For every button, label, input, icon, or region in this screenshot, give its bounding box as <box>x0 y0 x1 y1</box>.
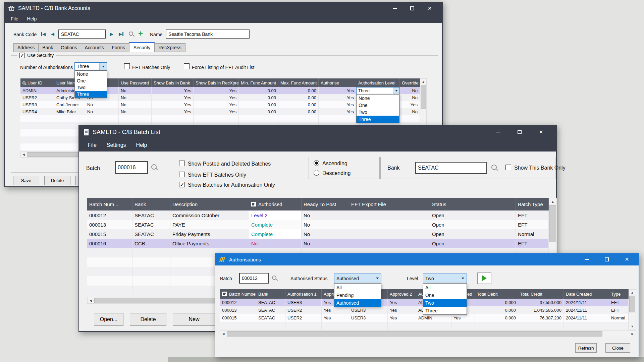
scrollbar-thumb[interactable] <box>549 205 556 242</box>
show-posted-checkbox[interactable] <box>179 161 185 166</box>
tab-recxpress[interactable]: RecXpress <box>155 43 185 52</box>
column-header[interactable]: Show Bals in Bank <box>152 78 194 87</box>
dropdown-option[interactable]: All <box>334 284 381 291</box>
tab-forms[interactable]: Forms <box>108 43 129 52</box>
maximize-button[interactable] <box>514 130 525 134</box>
open-button[interactable]: Open... <box>94 313 123 326</box>
close-button[interactable] <box>424 5 435 11</box>
scroll-left-icon[interactable]: ◀ <box>88 297 94 303</box>
column-header[interactable]: Status <box>430 198 516 210</box>
column-header[interactable]: Batch Num... <box>87 198 132 210</box>
dropdown-option[interactable]: One <box>75 77 107 84</box>
level-combobox[interactable]: Two <box>423 274 467 283</box>
column-header[interactable]: Bank <box>132 198 170 210</box>
previous-record-icon[interactable]: ◀ <box>51 32 54 36</box>
batch-finder-icon[interactable] <box>272 276 276 280</box>
delete-button[interactable]: Delete <box>130 313 166 326</box>
column-header[interactable]: Min. Func Amount <box>239 78 278 87</box>
dropdown-option-selected[interactable]: Authorised <box>334 299 381 307</box>
bank-code-finder-icon[interactable] <box>129 32 133 36</box>
number-of-authorisations-combobox[interactable]: Three <box>74 62 107 70</box>
column-header[interactable]: Type <box>609 289 629 299</box>
dropdown-option[interactable]: Three <box>423 307 467 314</box>
scroll-up-icon[interactable]: ▲ <box>549 198 556 205</box>
use-security-checkbox[interactable]: Use Security <box>17 53 56 58</box>
column-header[interactable]: EFT Export File <box>349 198 430 210</box>
bank-code-input[interactable]: SEATAC <box>58 29 106 39</box>
dropdown-option[interactable]: None <box>75 71 107 77</box>
scrollbar-thumb[interactable] <box>227 331 602 337</box>
close-window-button[interactable]: Close <box>605 343 630 353</box>
new-bank-icon[interactable] <box>138 30 143 37</box>
scroll-left-icon[interactable]: ◀ <box>21 152 26 157</box>
scroll-right-icon[interactable]: ▶ <box>630 331 636 337</box>
batch-finder-icon[interactable] <box>151 164 157 170</box>
column-header[interactable]: Override <box>400 78 420 87</box>
maximize-button[interactable] <box>601 257 612 261</box>
table-row[interactable]: 000013SEATACPAYECompleteNoOpenEFT <box>87 220 549 229</box>
column-header[interactable]: Authorised <box>249 198 302 210</box>
minimize-button[interactable] <box>492 132 504 132</box>
column-header[interactable]: Approved 2 <box>388 289 416 299</box>
eft-batches-only-checkbox[interactable] <box>124 63 130 69</box>
dropdown-option-selected[interactable]: Three <box>357 116 399 123</box>
scroll-left-icon[interactable]: ◀ <box>220 331 226 337</box>
ascending-radio[interactable] <box>314 160 319 166</box>
refresh-button[interactable]: Refresh <box>575 343 597 353</box>
close-button[interactable] <box>535 129 547 135</box>
menu-file[interactable]: File <box>11 16 18 21</box>
last-record-icon[interactable]: ▶ <box>119 32 123 36</box>
scrollbar-thumb[interactable] <box>629 296 635 312</box>
tab-security[interactable]: Security <box>129 42 155 52</box>
show-authorisation-checkbox[interactable] <box>179 182 185 187</box>
column-header[interactable]: Total Debit <box>475 289 518 299</box>
batch-input[interactable]: 000012 <box>239 273 269 284</box>
show-this-bank-only-checkbox[interactable] <box>505 165 511 170</box>
auth-grid-horizontal-scrollbar[interactable]: ◀ ▶ <box>220 330 636 337</box>
column-header[interactable]: Bank <box>256 289 285 299</box>
new-button[interactable]: New <box>173 313 215 326</box>
column-header[interactable]: Date Created <box>564 289 609 299</box>
column-header[interactable]: Use Password <box>119 78 152 87</box>
descending-radio[interactable] <box>314 170 319 176</box>
go-button[interactable] <box>477 273 491 284</box>
table-row[interactable]: 000015SEATACUSER2YesUSER3YesADMINYes0.00… <box>220 314 629 322</box>
column-header[interactable]: Batch Number <box>220 289 256 299</box>
tab-accounts[interactable]: Accounts <box>81 43 108 52</box>
save-button[interactable]: Save <box>13 176 39 185</box>
scroll-up-icon[interactable]: ▲ <box>420 79 426 84</box>
menu-help[interactable]: Help <box>136 142 147 148</box>
close-button[interactable] <box>621 256 633 262</box>
table-row[interactable]: 000015SEATACFriday PaymentsCompleteNoOpe… <box>87 229 549 239</box>
batch-input[interactable]: 000016 <box>115 161 148 174</box>
column-header[interactable]: Total Credit <box>518 289 564 299</box>
menu-file[interactable]: File <box>88 142 97 148</box>
tab-bank[interactable]: Bank <box>38 43 57 52</box>
column-header[interactable]: Authorisation Level <box>356 78 400 87</box>
column-header[interactable]: Max. Func Amount <box>278 78 319 87</box>
authorised-status-combobox[interactable]: Authorised <box>334 274 381 283</box>
auth-grid-vertical-scrollbar[interactable]: ▲ ▼ <box>629 289 636 329</box>
column-header[interactable]: Authorisation 1 <box>285 289 322 299</box>
authorisation-level-combobox[interactable]: Three <box>356 87 400 94</box>
force-listing-checkbox[interactable] <box>184 63 190 69</box>
minimize-button[interactable] <box>581 259 592 260</box>
bank-finder-icon[interactable] <box>491 165 497 170</box>
column-header[interactable]: Description <box>170 198 249 210</box>
dropdown-option-selected[interactable]: Three <box>75 91 107 98</box>
scrollbar-thumb[interactable] <box>421 85 426 109</box>
bank-name-input[interactable]: Seattle Tacoma Bank <box>166 29 250 39</box>
column-header[interactable]: Batch Type <box>516 198 549 210</box>
column-header[interactable]: Authorise <box>319 78 356 87</box>
dropdown-option[interactable]: One <box>423 291 467 299</box>
menu-help[interactable]: Help <box>27 16 37 21</box>
dropdown-option-selected[interactable]: Two <box>423 299 467 307</box>
column-header[interactable]: Show Bals in RecXpress <box>194 78 239 87</box>
column-header[interactable]: Ready To Post <box>302 198 349 210</box>
next-record-icon[interactable]: ▶ <box>110 32 113 36</box>
dropdown-option[interactable]: Two <box>357 109 399 116</box>
first-record-icon[interactable]: ◀ <box>41 32 46 36</box>
dropdown-option[interactable]: None <box>357 95 399 102</box>
tab-options[interactable]: Options <box>57 43 80 52</box>
menu-settings[interactable]: Settings <box>107 142 126 148</box>
